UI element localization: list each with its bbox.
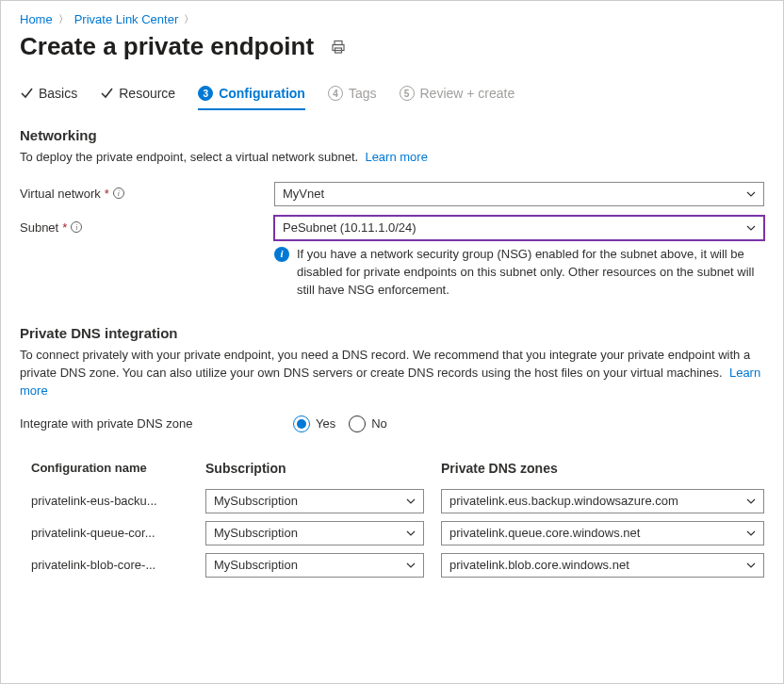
tab-label: Resource bbox=[119, 86, 175, 101]
chevron-down-icon bbox=[746, 529, 756, 538]
networking-learn-more-link[interactable]: Learn more bbox=[365, 150, 427, 164]
radio-label: No bbox=[371, 416, 387, 431]
check-icon bbox=[20, 87, 33, 100]
chevron-down-icon bbox=[406, 529, 416, 538]
table-row: privatelink-queue-cor...MySubscriptionpr… bbox=[31, 517, 764, 549]
dns-description: To connect privately with your private e… bbox=[20, 347, 764, 400]
integrate-label: Integrate with private DNS zone bbox=[20, 416, 193, 431]
tab-configuration[interactable]: 3 Configuration bbox=[198, 86, 305, 110]
info-icon[interactable]: i bbox=[113, 187, 124, 199]
tab-label: Tags bbox=[349, 86, 377, 101]
subscription-value: MySubscription bbox=[214, 558, 298, 572]
col-subscription: Subscription bbox=[205, 461, 441, 476]
tab-basics[interactable]: Basics bbox=[20, 86, 77, 110]
dns-table: Configuration name Subscription Private … bbox=[20, 453, 764, 581]
breadcrumb-private-link-center[interactable]: Private Link Center bbox=[74, 12, 179, 26]
tab-label: Basics bbox=[39, 86, 77, 101]
table-row: privatelink-blob-core-...MySubscriptionp… bbox=[31, 549, 764, 581]
tab-review-create: 5 Review + create bbox=[400, 86, 515, 110]
networking-heading: Networking bbox=[20, 127, 764, 143]
radio-icon bbox=[349, 415, 366, 432]
vnet-value: MyVnet bbox=[283, 187, 324, 201]
dns-heading: Private DNS integration bbox=[20, 325, 764, 341]
info-icon: i bbox=[274, 247, 289, 262]
dns-zone-dropdown[interactable]: privatelink.queue.core.windows.net bbox=[441, 521, 764, 546]
breadcrumb: Home 〉 Private Link Center 〉 bbox=[20, 10, 764, 26]
chevron-down-icon bbox=[746, 561, 756, 570]
integrate-no-radio[interactable]: No bbox=[349, 415, 387, 432]
col-configuration-name: Configuration name bbox=[31, 461, 205, 475]
dns-zone-value: privatelink.eus.backup.windowsazure.com bbox=[449, 494, 678, 508]
tab-label: Configuration bbox=[219, 86, 305, 101]
subnet-label: Subnet bbox=[20, 220, 58, 235]
subscription-value: MySubscription bbox=[214, 526, 298, 540]
config-name-cell: privatelink-queue-cor... bbox=[31, 526, 205, 540]
subscription-dropdown[interactable]: MySubscription bbox=[205, 553, 424, 578]
subscription-dropdown[interactable]: MySubscription bbox=[205, 521, 424, 546]
subscription-dropdown[interactable]: MySubscription bbox=[205, 489, 424, 513]
breadcrumb-home[interactable]: Home bbox=[20, 12, 53, 26]
required-icon: * bbox=[62, 220, 67, 235]
page-title: Create a private endpoint bbox=[20, 32, 314, 61]
virtual-network-dropdown[interactable]: MyVnet bbox=[274, 182, 764, 206]
tab-resource[interactable]: Resource bbox=[100, 86, 175, 110]
vnet-label: Virtual network bbox=[20, 187, 101, 201]
tab-tags: 4 Tags bbox=[328, 86, 377, 110]
radio-label: Yes bbox=[316, 416, 335, 431]
subnet-info-text: If you have a network security group (NS… bbox=[297, 246, 764, 300]
dns-zone-value: privatelink.queue.core.windows.net bbox=[449, 526, 640, 540]
table-row: privatelink-eus-backu...MySubscriptionpr… bbox=[31, 485, 764, 517]
dns-desc-text: To connect privately with your private e… bbox=[20, 348, 750, 380]
chevron-down-icon bbox=[406, 561, 416, 570]
check-icon bbox=[100, 87, 113, 100]
chevron-down-icon bbox=[406, 497, 416, 506]
col-private-dns-zones: Private DNS zones bbox=[441, 461, 764, 476]
step-number-icon: 4 bbox=[328, 86, 343, 101]
chevron-right-icon: 〉 bbox=[184, 12, 194, 26]
config-name-cell: privatelink-eus-backu... bbox=[31, 494, 205, 508]
chevron-down-icon bbox=[746, 189, 756, 199]
dns-zone-value: privatelink.blob.core.windows.net bbox=[449, 558, 629, 572]
step-number-icon: 5 bbox=[400, 86, 415, 101]
step-number-icon: 3 bbox=[198, 86, 213, 101]
config-name-cell: privatelink-blob-core-... bbox=[31, 558, 205, 572]
print-icon[interactable] bbox=[331, 40, 346, 55]
chevron-right-icon: 〉 bbox=[58, 12, 69, 26]
required-icon: * bbox=[105, 187, 109, 201]
tab-label: Review + create bbox=[420, 86, 515, 101]
dns-zone-dropdown[interactable]: privatelink.eus.backup.windowsazure.com bbox=[441, 489, 764, 513]
networking-description: To deploy the private endpoint, select a… bbox=[20, 149, 764, 167]
info-icon[interactable]: i bbox=[71, 221, 82, 233]
subnet-dropdown[interactable]: PeSubnet (10.11.1.0/24) bbox=[274, 216, 764, 240]
subnet-value: PeSubnet (10.11.1.0/24) bbox=[283, 220, 416, 235]
networking-desc-text: To deploy the private endpoint, select a… bbox=[20, 150, 358, 164]
integrate-yes-radio[interactable]: Yes bbox=[293, 415, 335, 432]
dns-zone-dropdown[interactable]: privatelink.blob.core.windows.net bbox=[441, 553, 764, 578]
chevron-down-icon bbox=[746, 497, 756, 506]
radio-icon bbox=[293, 415, 310, 432]
wizard-tabs: Basics Resource 3 Configuration 4 Tags 5… bbox=[20, 86, 764, 110]
chevron-down-icon bbox=[746, 223, 756, 233]
subscription-value: MySubscription bbox=[214, 494, 298, 508]
